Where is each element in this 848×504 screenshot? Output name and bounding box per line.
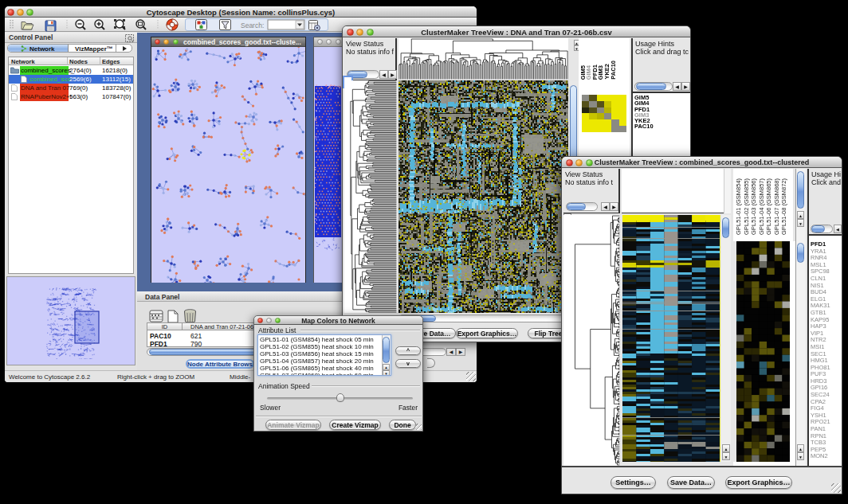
svg-text:Search:: Search: <box>241 21 264 29</box>
